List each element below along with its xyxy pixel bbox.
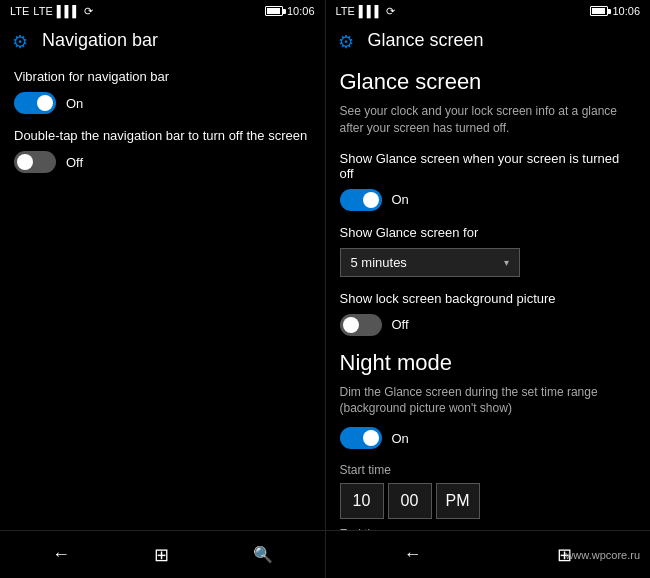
status-bar-left: LTE LTE ▌▌▌ ⟳ 10:06 xyxy=(0,0,325,22)
night-mode-toggle-row: On xyxy=(340,427,637,449)
carrier-left: LTE xyxy=(10,5,29,17)
show-glance-toggle[interactable] xyxy=(340,189,382,211)
bottom-navigation-bar: ← ⊞ 🔍 ← ⊞ www.wpcore.ru xyxy=(0,530,650,578)
double-tap-row: Off xyxy=(14,151,311,173)
lock-bg-label: Show lock screen background picture xyxy=(340,291,637,306)
nav-bar-header: ⚙ Navigation bar xyxy=(0,22,325,59)
time-right: 10:06 xyxy=(612,5,640,17)
nav-bar-title: Navigation bar xyxy=(42,30,158,51)
gear-icon-left: ⚙ xyxy=(12,31,32,51)
lte-label-left: LTE xyxy=(33,5,52,17)
start-hour-box[interactable]: 10 xyxy=(340,483,384,519)
double-tap-setting: Double-tap the navigation bar to turn of… xyxy=(14,128,311,173)
night-mode-toggle[interactable] xyxy=(340,427,382,449)
double-tap-label: Double-tap the navigation bar to turn of… xyxy=(14,128,311,143)
start-time-row: 10 00 PM xyxy=(340,483,637,519)
lock-bg-knob xyxy=(343,317,359,333)
glance-content: Glance screen See your clock and your lo… xyxy=(326,59,651,530)
wifi-icon-left: ⟳ xyxy=(84,5,93,18)
show-glance-toggle-label: On xyxy=(392,192,409,207)
bottom-right: ← ⊞ www.wpcore.ru xyxy=(325,531,651,578)
night-mode-toggle-label: On xyxy=(392,431,409,446)
glance-duration-dropdown[interactable]: 5 minutes ▾ xyxy=(340,248,520,277)
signal-icon-right: ▌▌▌ xyxy=(359,5,382,17)
back-button-left[interactable]: ← xyxy=(52,544,70,565)
vibration-toggle[interactable] xyxy=(14,92,56,114)
dropdown-value: 5 minutes xyxy=(351,255,407,270)
glance-screen-panel: LTE ▌▌▌ ⟳ 10:06 ⚙ Glance screen Glance s… xyxy=(326,0,651,530)
start-period-box[interactable]: PM xyxy=(436,483,480,519)
glance-header: ⚙ Glance screen xyxy=(326,22,651,59)
start-minute-box[interactable]: 00 xyxy=(388,483,432,519)
gear-icon-right: ⚙ xyxy=(338,31,358,51)
wifi-icon-right: ⟳ xyxy=(386,5,395,18)
double-tap-toggle-label: Off xyxy=(66,155,83,170)
show-glance-setting: Show Glance screen when your screen is t… xyxy=(340,151,637,211)
vibration-toggle-label: On xyxy=(66,96,83,111)
night-mode-section: Night mode Dim the Glance screen during … xyxy=(340,350,637,530)
status-bar-right: LTE ▌▌▌ ⟳ 10:06 xyxy=(326,0,651,22)
glance-for-setting: Show Glance screen for 5 minutes ▾ xyxy=(340,225,637,277)
signal-icon-left: ▌▌▌ xyxy=(57,5,80,17)
back-button-right[interactable]: ← xyxy=(403,544,421,565)
vibration-setting: Vibration for navigation bar On xyxy=(14,69,311,114)
bottom-left: ← ⊞ 🔍 xyxy=(0,531,325,578)
glance-header-title: Glance screen xyxy=(368,30,484,51)
battery-icon-left xyxy=(265,6,283,16)
watermark-text: www.wpcore.ru xyxy=(565,549,640,561)
start-time-section: Start time 10 00 PM xyxy=(340,463,637,519)
status-left-right: LTE ▌▌▌ ⟳ xyxy=(336,5,396,18)
status-right-left: 10:06 xyxy=(265,5,315,17)
night-mode-knob xyxy=(363,430,379,446)
home-button-left[interactable]: ⊞ xyxy=(154,544,169,566)
status-left: LTE LTE ▌▌▌ ⟳ xyxy=(10,5,93,18)
night-mode-title: Night mode xyxy=(340,350,637,376)
carrier-right: LTE xyxy=(336,5,355,17)
show-glance-label: Show Glance screen when your screen is t… xyxy=(340,151,637,181)
night-mode-description: Dim the Glance screen during the set tim… xyxy=(340,384,637,418)
show-glance-row: On xyxy=(340,189,637,211)
start-time-label: Start time xyxy=(340,463,637,477)
search-button-left[interactable]: 🔍 xyxy=(253,545,273,564)
glance-description: See your clock and your lock screen info… xyxy=(340,103,637,137)
vibration-row: On xyxy=(14,92,311,114)
double-tap-toggle-knob xyxy=(17,154,33,170)
time-left: 10:06 xyxy=(287,5,315,17)
show-glance-knob xyxy=(363,192,379,208)
vibration-label: Vibration for navigation bar xyxy=(14,69,311,84)
lock-bg-toggle-label: Off xyxy=(392,317,409,332)
chevron-down-icon: ▾ xyxy=(504,257,509,268)
vibration-toggle-knob xyxy=(37,95,53,111)
glance-section-title: Glance screen xyxy=(340,69,637,95)
battery-icon-right xyxy=(590,6,608,16)
glance-for-label: Show Glance screen for xyxy=(340,225,637,240)
status-right-right: 10:06 xyxy=(590,5,640,17)
lock-bg-setting: Show lock screen background picture Off xyxy=(340,291,637,336)
double-tap-toggle[interactable] xyxy=(14,151,56,173)
lock-bg-toggle[interactable] xyxy=(340,314,382,336)
nav-bar-content: Vibration for navigation bar On Double-t… xyxy=(0,59,325,530)
navigation-bar-panel: LTE LTE ▌▌▌ ⟳ 10:06 ⚙ Navigation bar Vib… xyxy=(0,0,326,530)
lock-bg-row: Off xyxy=(340,314,637,336)
